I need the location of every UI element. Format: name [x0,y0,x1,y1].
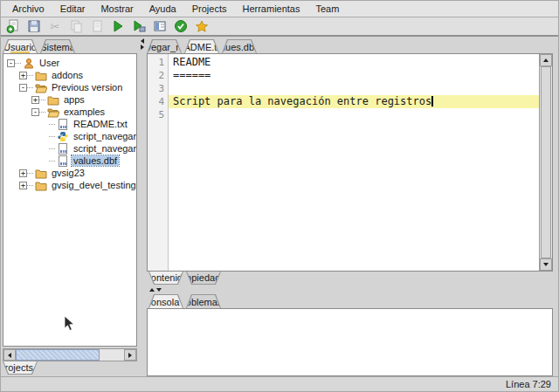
content-tab-bar: Contenido Propiedades [147,272,553,286]
expand-right-icon[interactable] [141,45,144,50]
tab-propiedades-label: Propiedades [176,272,231,283]
file-icon [57,119,69,130]
tree-row-readme[interactable]: README.txt [6,118,136,130]
editor-tab-bar: script_navegar_registros × README.txt × … [147,38,553,53]
collapse-icon[interactable]: - [31,108,39,116]
close-icon[interactable]: × [183,298,188,306]
tab-sistema[interactable]: Sistema [40,39,75,53]
tree-label: Previous version [50,82,124,93]
tab-projects[interactable]: Projects × [3,361,38,375]
code-line-4-current: Script para la navegación entre registro… [169,95,539,108]
tab-usuario-label: Usuario [3,42,37,52]
show-console-button[interactable] [152,18,168,34]
editor-panel: script_navegar_registros × README.txt × … [147,37,558,376]
expand-icon[interactable]: + [19,72,27,79]
favorites-button[interactable] [194,18,210,34]
collapse-left-icon[interactable] [141,38,144,44]
text-editor[interactable]: 1 2 3 4 5 README ====== Script para la n… [147,53,553,272]
tree-row-script-py[interactable]: script_navegar_reg [6,130,136,142]
file-icon [57,155,69,167]
console-output[interactable] [147,308,553,376]
folder-closed-icon [35,168,47,179]
close-icon[interactable]: × [225,298,231,306]
tree-row-user[interactable]: - User [6,57,136,69]
tree-row-examples[interactable]: - examples [6,106,136,118]
collapse-up-icon[interactable] [149,288,155,292]
tab-projects-label: Projects [1,362,33,373]
tab-usuario[interactable]: Usuario [3,39,38,53]
folder-closed-icon [47,94,59,106]
expand-icon[interactable]: + [19,169,27,177]
tree-label: script_navegar_reg [72,131,136,141]
tree-row-gvsig23[interactable]: + gvsig23 [6,167,136,179]
star-icon [195,19,209,33]
scroll-up-button[interactable] [540,54,552,66]
scroll-right-button[interactable] [124,349,136,361]
line-number: 4 [148,95,164,108]
code-line-1: README [169,56,539,69]
menu-bar: Archivo Editar Mostrar Ayuda Projects He… [1,1,558,17]
editor-vertical-scrollbar[interactable] [539,54,552,271]
tab-problemas[interactable]: Problemas × [186,294,221,308]
expand-icon[interactable]: + [19,182,27,189]
menu-ayuda[interactable]: Ayuda [141,2,184,16]
code-line-5 [169,108,539,121]
tab-readme-txt[interactable]: README.txt × [184,39,219,53]
check-button[interactable] [173,18,189,34]
menu-archivo[interactable]: Archivo [4,2,52,16]
line-number: 3 [148,82,164,95]
scroll-down-button[interactable] [540,258,552,271]
menu-mostrar[interactable]: Mostrar [93,2,141,16]
tree-row-addons[interactable]: + addons [6,69,136,81]
menu-team[interactable]: Team [308,2,348,16]
expand-down-icon[interactable] [156,288,162,292]
tab-propiedades[interactable]: Propiedades [186,272,221,285]
expand-icon[interactable]: + [31,96,39,104]
main-area: Usuario Sistema - User + [1,37,558,376]
text-cursor [431,96,433,107]
folder-closed-icon [35,180,47,191]
collapse-icon[interactable]: - [19,84,27,92]
code-area[interactable]: README ====== Script para la navegación … [169,54,539,271]
tree-label: addons [50,70,85,80]
copy-button [68,18,84,34]
scrollbar-track[interactable] [100,349,124,361]
new-script-button[interactable] [5,18,21,34]
save-button[interactable] [26,18,42,34]
tab-contenido-label: Contenido [144,272,188,283]
tree-horizontal-scrollbar[interactable] [3,348,137,361]
scroll-left-button[interactable] [3,349,16,361]
application-window: Archivo Editar Mostrar Ayuda Projects He… [0,0,559,392]
tree-row-script-other[interactable]: script_navegar_reg [6,142,136,155]
tab-consola[interactable]: Consola × [148,294,183,308]
file-tree: - User + addons - [3,53,137,347]
arrow-down-icon [543,263,549,266]
tree-row-gvsig-devel-testing[interactable]: + gvsig_devel_testing [6,179,136,191]
explorer-tab-bar: Usuario Sistema [3,38,137,53]
scrollbar-thumb[interactable] [16,349,100,361]
run-button[interactable] [110,18,126,34]
tab-script-navegar-registros[interactable]: script_navegar_registros × [147,39,182,53]
collapse-icon[interactable]: - [7,59,15,67]
horizontal-splitter[interactable] [147,286,553,293]
paste-button [89,18,105,34]
arrow-left-icon [8,353,11,358]
tab-values-dbf[interactable]: values.dbf × [222,39,257,53]
tree-row-values-dbf[interactable]: values.dbf [6,155,136,167]
tab-contenido[interactable]: Contenido [148,272,183,285]
console-tab-bar: Consola × Problemas × [147,293,553,308]
menu-projects[interactable]: Projects [184,2,235,16]
cut-icon: ✂ [51,20,60,33]
tree-row-previous-version[interactable]: - Previous version [6,81,136,93]
user-icon [23,58,35,69]
menu-herramientas[interactable]: Herramientas [234,2,307,16]
run-file-button[interactable] [131,18,147,34]
close-icon[interactable]: × [37,363,42,372]
vertical-splitter[interactable] [137,37,147,376]
folder-open-icon [35,82,47,93]
mouse-cursor [64,315,75,332]
close-icon[interactable]: × [260,43,266,52]
tree-row-apps[interactable]: + apps [6,93,136,106]
scrollbar-thumb[interactable] [541,66,551,258]
menu-editar[interactable]: Editar [52,2,93,16]
